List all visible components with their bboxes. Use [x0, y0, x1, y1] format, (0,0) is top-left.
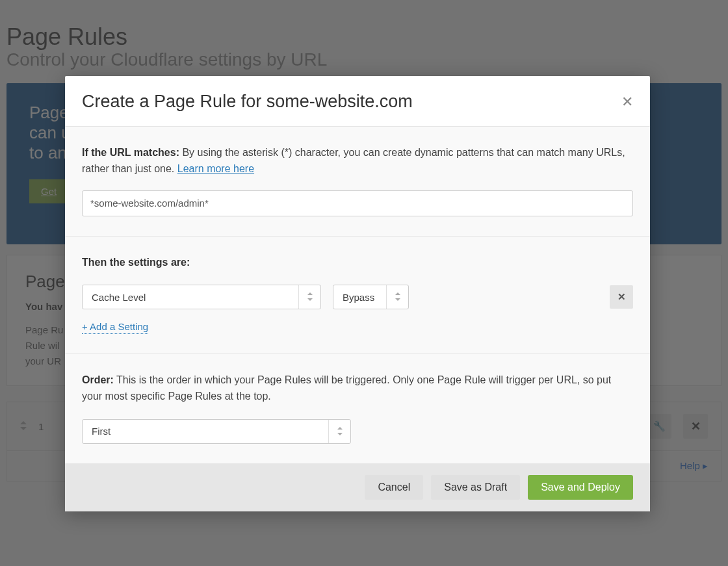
learn-more-link[interactable]: Learn more here [177, 163, 254, 174]
url-match-label: If the URL matches: [82, 147, 179, 158]
url-match-section: If the URL matches: By using the asteris… [65, 126, 650, 236]
setting-value-select[interactable]: Bypass [333, 285, 409, 309]
order-section: Order: This is the order in which your P… [65, 354, 650, 463]
add-setting-link[interactable]: + Add a Setting [82, 321, 148, 334]
url-match-description: If the URL matches: By using the asteris… [82, 145, 633, 177]
select-caret-icon [298, 285, 320, 309]
modal-header: Create a Page Rule for some-website.com … [65, 76, 650, 126]
order-value: First [83, 426, 328, 437]
create-page-rule-modal: Create a Page Rule for some-website.com … [65, 76, 650, 511]
svg-marker-5 [395, 298, 400, 301]
setting-value-value: Bypass [333, 292, 386, 303]
modal-footer: Cancel Save as Draft Save and Deploy [65, 463, 650, 511]
setting-name-select[interactable]: Cache Level [82, 285, 321, 309]
svg-marker-7 [337, 433, 343, 435]
save-draft-button[interactable]: Save as Draft [431, 475, 520, 500]
close-icon: ✕ [621, 94, 633, 110]
save-deploy-button[interactable]: Save and Deploy [528, 475, 633, 500]
svg-marker-6 [337, 427, 343, 430]
order-description: Order: This is the order in which your P… [82, 372, 633, 405]
settings-label: Then the settings are: [82, 257, 190, 268]
select-caret-icon [328, 420, 350, 443]
cancel-button[interactable]: Cancel [365, 475, 423, 500]
select-caret-icon [386, 285, 408, 309]
svg-marker-3 [307, 298, 313, 301]
setting-row: Cache Level Bypass ✕ [82, 285, 633, 309]
remove-setting-button[interactable]: ✕ [610, 285, 633, 309]
url-pattern-input[interactable] [82, 190, 633, 216]
modal-close-button[interactable]: ✕ [621, 95, 633, 109]
order-label: Order: [82, 374, 114, 385]
close-icon: ✕ [618, 291, 626, 303]
order-select[interactable]: First [82, 419, 351, 444]
settings-section: Then the settings are: Cache Level Bypas… [65, 236, 650, 354]
svg-marker-2 [307, 292, 313, 295]
setting-name-value: Cache Level [83, 292, 298, 303]
modal-title: Create a Page Rule for some-website.com [82, 92, 413, 112]
svg-marker-4 [395, 292, 400, 295]
